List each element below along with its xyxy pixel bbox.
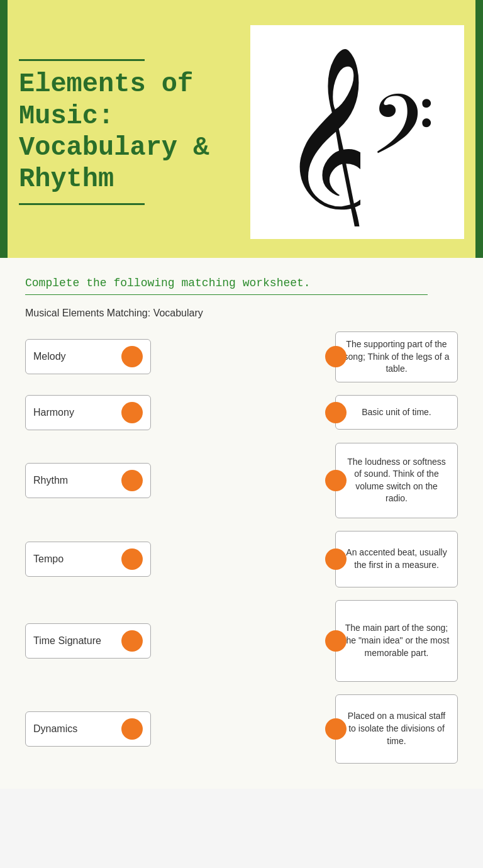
term-box-rhythm[interactable]: Rhythm xyxy=(25,463,151,498)
def-row-loudness: The loudness or softness of sound. Think… xyxy=(151,443,458,518)
def-row-main-part: The main part of the song; the "main ide… xyxy=(151,600,458,682)
def-text-loudness: The loudness or softness of sound. Think… xyxy=(343,456,450,505)
treble-clef-icon: 𝄞 xyxy=(272,38,360,226)
dot-def-supporting xyxy=(325,346,347,367)
term-label-melody: Melody xyxy=(33,351,66,362)
title-line-bottom xyxy=(19,203,145,205)
term-label-tempo: Tempo xyxy=(33,554,64,565)
dot-def-basic-unit xyxy=(325,402,347,423)
title-line-top xyxy=(19,59,145,61)
term-label-rhythm: Rhythm xyxy=(33,475,68,486)
worksheet-subtitle: Complete the following matching workshee… xyxy=(25,277,458,289)
def-row-supporting: The supporting part of the song; Think o… xyxy=(151,331,458,382)
dot-def-main-part xyxy=(325,630,347,652)
matching-row: Dynamics Placed on a musical staff to is… xyxy=(25,694,458,764)
svg-text:𝄞: 𝄞 xyxy=(279,48,360,226)
def-row-accented: An accented beat, usually the first in a… xyxy=(151,531,458,587)
matching-row: Melody The supporting part of the song; … xyxy=(25,331,458,382)
term-box-time-signature[interactable]: Time Signature xyxy=(25,623,151,659)
dot-rhythm xyxy=(121,470,143,491)
dot-def-accented xyxy=(325,548,347,570)
def-text-supporting: The supporting part of the song; Think o… xyxy=(343,338,450,376)
dot-def-loudness xyxy=(325,470,347,491)
term-box-melody[interactable]: Melody xyxy=(25,339,151,374)
green-bar-right xyxy=(475,0,483,258)
def-text-accented: An accented beat, usually the first in a… xyxy=(343,547,450,571)
def-box-loudness[interactable]: The loudness or softness of sound. Think… xyxy=(335,443,458,518)
dot-melody xyxy=(121,346,143,367)
dot-harmony xyxy=(121,402,143,423)
matching-row: Time Signature The main part of the song… xyxy=(25,600,458,682)
header-section: Elements of Music: Vocabulary & Rhythm 𝄞… xyxy=(0,0,483,258)
def-box-main-part[interactable]: The main part of the song; the "main ide… xyxy=(335,600,458,682)
def-box-accented[interactable]: An accented beat, usually the first in a… xyxy=(335,531,458,587)
header-title-block: Elements of Music: Vocabulary & Rhythm xyxy=(13,53,226,211)
term-label-harmony: Harmony xyxy=(33,407,74,418)
content-section: Complete the following matching workshee… xyxy=(0,258,483,789)
matching-grid: Melody The supporting part of the song; … xyxy=(25,331,458,764)
dot-dynamics xyxy=(121,718,143,740)
def-box-placed[interactable]: Placed on a musical staff to isolate the… xyxy=(335,694,458,764)
bass-clef-icon: 𝄢 xyxy=(367,69,442,195)
def-box-supporting[interactable]: The supporting part of the song; Think o… xyxy=(335,331,458,382)
term-label-dynamics: Dynamics xyxy=(33,723,77,735)
green-bar-left xyxy=(0,0,8,258)
matching-row: Harmony Basic unit of time. xyxy=(25,395,458,430)
dot-tempo xyxy=(121,548,143,570)
clef-symbols: 𝄞 𝄢 xyxy=(272,38,442,226)
section-label: Musical Elements Matching: Vocabulary xyxy=(25,308,458,319)
subtitle-divider xyxy=(25,294,428,295)
def-row-placed: Placed on a musical staff to isolate the… xyxy=(151,694,458,764)
dot-def-placed xyxy=(325,718,347,740)
def-text-basic-unit: Basic unit of time. xyxy=(343,406,450,419)
matching-row: Tempo An accented beat, usually the firs… xyxy=(25,531,458,587)
term-box-tempo[interactable]: Tempo xyxy=(25,542,151,577)
term-box-dynamics[interactable]: Dynamics xyxy=(25,711,151,747)
matching-row: Rhythm The loudness or softness of sound… xyxy=(25,443,458,518)
def-text-main-part: The main part of the song; the "main ide… xyxy=(343,622,450,659)
clef-image: 𝄞 𝄢 xyxy=(250,25,464,239)
page-title: Elements of Music: Vocabulary & Rhythm xyxy=(19,69,220,196)
def-row-basic-unit: Basic unit of time. xyxy=(151,395,458,430)
def-text-placed: Placed on a musical staff to isolate the… xyxy=(343,710,450,747)
term-label-time-signature: Time Signature xyxy=(33,635,101,647)
term-box-harmony[interactable]: Harmony xyxy=(25,395,151,430)
def-box-basic-unit[interactable]: Basic unit of time. xyxy=(335,395,458,430)
svg-text:𝄢: 𝄢 xyxy=(370,80,435,192)
dot-time-signature xyxy=(121,630,143,652)
